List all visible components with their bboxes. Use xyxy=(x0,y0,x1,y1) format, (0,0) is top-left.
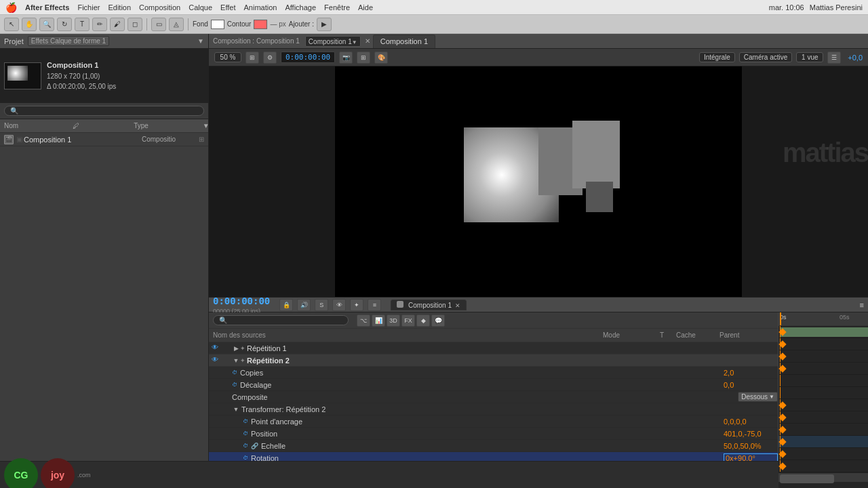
quality-display[interactable]: Intégrale xyxy=(699,52,735,62)
layer-repetition1[interactable]: 👁 ▶ ✦ Répétition 1 xyxy=(209,342,778,354)
prop-value-decalage[interactable]: 0,0 xyxy=(724,381,778,389)
tl-more-btn[interactable]: ≡ xyxy=(368,299,381,311)
menu-fichier[interactable]: Fichier xyxy=(77,3,100,12)
track-row-copies xyxy=(778,350,868,363)
apple-menu[interactable]: 🍎 xyxy=(5,2,17,13)
tl-key-btn[interactable]: ◆ xyxy=(416,314,430,327)
project-item-comp1[interactable]: 🎬 ▣ Composition 1 Compositio ⊞ xyxy=(0,133,208,146)
prop-value-position[interactable]: 401,0,-75,0 xyxy=(724,430,778,438)
tool-pen[interactable]: ✏ xyxy=(92,18,107,31)
ancrage-stopwatch[interactable]: ⏱ xyxy=(243,418,248,424)
tool-eraser[interactable]: ◻ xyxy=(127,18,142,31)
expand-btn-1[interactable]: ▶ xyxy=(232,344,240,352)
tool-hand[interactable]: ✋ xyxy=(22,18,37,31)
timeline-search-input[interactable] xyxy=(213,315,349,325)
effects-tab-btn[interactable]: Effets Calque de forme 1 xyxy=(28,36,109,46)
menu-affichage[interactable]: Affichage xyxy=(285,3,316,12)
menu-user: Mattias Peresini xyxy=(810,3,863,12)
timeline-tab[interactable]: Composition 1 ✕ xyxy=(391,300,466,310)
timeline-tab-close[interactable]: ✕ xyxy=(455,302,460,309)
menu-right-area: mar. 10:06 Mattias Peresini xyxy=(769,3,863,12)
tl-comment-btn[interactable]: 💬 xyxy=(431,314,445,327)
position-stopwatch[interactable]: ⏱ xyxy=(243,430,248,436)
tl-3d-btn[interactable]: 3D xyxy=(387,314,400,327)
prop-value-copies[interactable]: 2,0 xyxy=(724,369,778,377)
project-item-type: Compositio xyxy=(142,136,196,143)
tl-vis-btn[interactable]: 👁 xyxy=(332,299,346,311)
expand-transformer[interactable]: ▼ xyxy=(232,405,240,413)
contour-label: Contour xyxy=(227,20,252,28)
scrollbar-thumb[interactable] xyxy=(780,474,834,483)
prop-echelle[interactable]: ⏱ 🔗 Echelle 50,0,50,0% xyxy=(209,440,778,452)
cg-logo: CG xyxy=(4,458,38,489)
prop-point-ancrage[interactable]: ⏱ Point d'ancrage 0,0,0,0 xyxy=(209,415,778,428)
camera-btn[interactable]: 📷 xyxy=(339,52,353,64)
comp-close-btn[interactable]: ✕ xyxy=(365,37,370,45)
track-row-rotation xyxy=(778,436,868,448)
grid-btn[interactable]: ⊞ xyxy=(357,52,370,64)
layer-icon-1: ✦ xyxy=(240,345,245,352)
comp-tab-1[interactable]: Composition 1 xyxy=(373,35,435,48)
layer-repetition2[interactable]: 👁 ▼ ✦ Répétition 2 xyxy=(209,354,778,367)
resolution-btn[interactable]: ⚙ xyxy=(263,52,277,64)
layer-list-header: Nom des sources Mode T Cache Parent xyxy=(209,329,778,342)
rotation-stopwatch[interactable]: ⏱ xyxy=(243,455,248,461)
menu-composition[interactable]: Composition xyxy=(139,3,180,12)
color-btn[interactable]: 🎨 xyxy=(374,52,388,64)
layer-vis-2[interactable]: 👁 xyxy=(212,356,221,365)
comp-dropdown[interactable]: Composition 1▼ xyxy=(305,36,361,47)
tl-solo-btn[interactable]: S xyxy=(315,299,328,311)
layer-vis-1[interactable]: 👁 xyxy=(212,344,221,353)
prop-decalage[interactable]: ⏱ Décalage 0,0 xyxy=(209,379,778,391)
playhead-top xyxy=(780,312,781,325)
tl-motion-btn[interactable]: ⌥ xyxy=(357,314,370,327)
camera-display[interactable]: Caméra active xyxy=(739,52,792,62)
item-options-btn[interactable]: ⊞ xyxy=(199,136,204,143)
fond-color[interactable] xyxy=(211,20,224,29)
tool-rotate[interactable]: ↻ xyxy=(57,18,72,31)
expand-btn-2[interactable]: ▼ xyxy=(232,357,240,365)
tl-graph-btn[interactable]: 📊 xyxy=(372,314,385,327)
contour-color[interactable] xyxy=(254,20,267,29)
views-display[interactable]: 1 vue xyxy=(796,52,823,62)
tl-fx-btn[interactable]: FX xyxy=(401,314,415,327)
fit-btn[interactable]: ⊞ xyxy=(245,52,259,64)
add-btn[interactable]: ▶ xyxy=(317,18,332,31)
prop-copies[interactable]: ⏱ Copies 2,0 xyxy=(209,367,778,379)
echelle-stopwatch[interactable]: ⏱ xyxy=(243,443,248,449)
playhead-echelle xyxy=(780,424,781,435)
menu-animation[interactable]: Animation xyxy=(244,3,277,12)
tool-text[interactable]: T xyxy=(75,18,90,31)
tl-settings-btn[interactable]: ≡ xyxy=(860,301,864,309)
tl-shy-btn[interactable]: ✦ xyxy=(350,299,363,311)
menu-calque[interactable]: Calque xyxy=(189,3,212,12)
project-search-input[interactable] xyxy=(4,106,204,116)
tool-shape[interactable]: ▭ xyxy=(151,18,166,31)
composite-dropdown[interactable]: Dessous ▼ xyxy=(738,392,778,402)
menu-aide[interactable]: Aide xyxy=(358,3,373,12)
copies-stopwatch[interactable]: ⏱ xyxy=(232,369,237,375)
panel-close-btn[interactable]: ▼ xyxy=(197,37,204,45)
tool-zoom[interactable]: 🔍 xyxy=(39,18,54,31)
prop-value-echelle[interactable]: 50,0,50,0% xyxy=(724,442,778,450)
tl-lock-btn[interactable]: 🔒 xyxy=(279,299,293,311)
decalage-stopwatch[interactable]: ⏱ xyxy=(232,382,237,388)
menu-fenetre[interactable]: Fenêtre xyxy=(324,3,350,12)
tool-brush[interactable]: 🖌 xyxy=(110,18,125,31)
tool-mask[interactable]: ◬ xyxy=(169,18,184,31)
comp-info: Composition 1 868 x 488 (1,00) Δ 0:00:2… xyxy=(47,60,116,92)
zoom-display[interactable]: 50 % xyxy=(214,52,241,62)
menu-edition[interactable]: Edition xyxy=(108,3,131,12)
comp-panel-header: Composition : Composition 1 Composition … xyxy=(209,34,868,49)
menu-effet[interactable]: Effet xyxy=(220,3,235,12)
view-options[interactable]: ☰ xyxy=(827,52,841,64)
tl-audio-btn[interactable]: 🔊 xyxy=(297,299,311,311)
prop-composite[interactable]: Composite Dessous ▼ xyxy=(209,391,778,403)
prop-position[interactable]: ⏱ Position 401,0,-75,0 xyxy=(209,428,778,440)
timeline-scrollbar[interactable] xyxy=(778,472,868,482)
prop-value-ancrage[interactable]: 0,0,0,0 xyxy=(724,418,778,426)
layer-name-1: Répétition 1 xyxy=(247,344,778,352)
project-search-bar xyxy=(0,103,208,119)
prop-transformer[interactable]: ▼ Transformer: Répétition 2 xyxy=(209,403,778,415)
tool-select[interactable]: ↖ xyxy=(4,18,19,31)
